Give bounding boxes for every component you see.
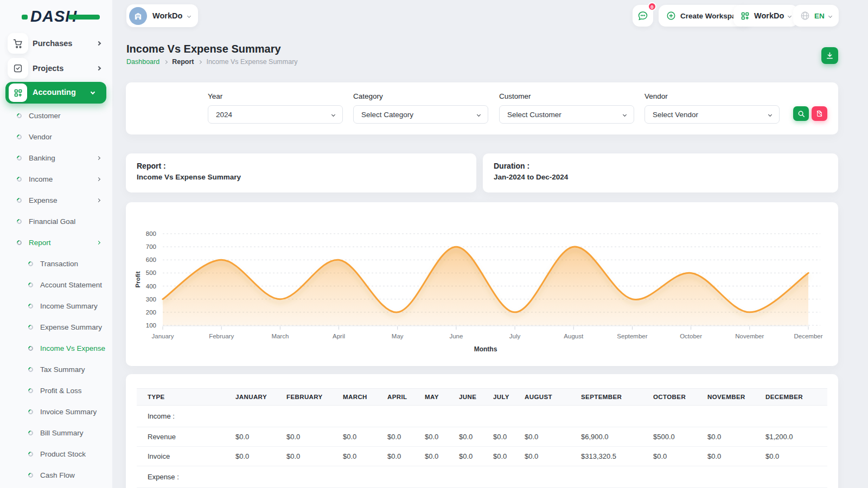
cell-value	[454, 406, 488, 427]
chevron-right-icon	[97, 241, 100, 245]
sidebar-item-expense[interactable]: Expense	[0, 190, 112, 211]
bullet-icon	[27, 472, 34, 479]
year-label: Year	[208, 92, 343, 100]
table-row: Expense :	[137, 466, 827, 488]
cell-value: $0.0	[230, 427, 281, 447]
report-value: Income Vs Expense Summary	[137, 173, 465, 181]
cell-value	[576, 406, 648, 427]
cell-value	[702, 466, 760, 488]
report-label: Report :	[137, 162, 465, 170]
grid-plus-icon	[9, 84, 27, 102]
app-logo[interactable]: DASH	[30, 8, 77, 25]
svg-text:500: 500	[146, 269, 156, 276]
sidebar-item-customer[interactable]: Customer	[0, 105, 112, 126]
sidebar-item-accounting[interactable]: Accounting	[5, 82, 106, 104]
vendor-select[interactable]: Select Vendor	[644, 105, 780, 124]
column-header: DECEMBER	[760, 389, 827, 406]
bullet-icon	[16, 218, 23, 225]
sidebar-item-report[interactable]: Report	[0, 232, 112, 253]
breadcrumb: Dashboard Report Income Vs Expense Summa…	[126, 58, 298, 66]
language-selector[interactable]: EN	[793, 5, 839, 27]
sidebar-item-vendor[interactable]: Vendor	[0, 126, 112, 147]
bullet-icon	[27, 366, 34, 373]
sidebar-item-bill-summary[interactable]: Bill Summary	[0, 422, 112, 444]
cell-value: $0.0	[454, 427, 488, 447]
cart-icon	[8, 33, 28, 54]
sidebar-item-label: Account Statement	[40, 281, 102, 289]
chevron-down-icon	[187, 14, 191, 17]
file-slash-icon	[816, 110, 823, 117]
table-header-row: TYPEJANUARYFEBRUARYMARCHAPRILMAYJUNEJULY…	[137, 389, 827, 406]
sidebar-item-projects[interactable]: Projects	[0, 58, 112, 79]
cell-value	[488, 406, 519, 427]
download-button[interactable]	[821, 47, 838, 64]
svg-text:300: 300	[146, 296, 156, 303]
chart-card: 100200300400500600700800JanuaryFebruaryM…	[126, 202, 838, 366]
sidebar-item-transaction[interactable]: Transaction	[0, 253, 112, 274]
messages-button[interactable]: 0	[633, 5, 653, 27]
sidebar-item-label: Income Vs Expense	[40, 344, 105, 352]
sidebar-item-expense-summary[interactable]: Expense Summary	[0, 317, 112, 338]
sidebar-item-label: Income Summary	[40, 302, 98, 310]
svg-text:August: August	[564, 333, 584, 339]
cell-value: $0.0	[337, 447, 382, 466]
sidebar-item-profit-loss[interactable]: Profit & Loss	[0, 380, 112, 401]
workspace-avatar	[129, 7, 147, 25]
sidebar-item-income[interactable]: Income	[0, 169, 112, 190]
category-select[interactable]: Select Category	[353, 105, 488, 124]
table-row: Invoice$0.0$0.0$0.0$0.0$0.0$0.0$0.0$0.0$…	[137, 447, 827, 466]
apply-filters-button[interactable]	[793, 106, 809, 121]
svg-text:100: 100	[146, 322, 156, 329]
svg-text:Months: Months	[474, 345, 497, 353]
sidebar-item-label: Customer	[29, 112, 61, 120]
sidebar-item-income-summary[interactable]: Income Summary	[0, 296, 112, 317]
bullet-icon	[27, 408, 34, 415]
cell-value: $0.0	[519, 427, 576, 447]
logo-dash-icon	[22, 15, 28, 20]
chevron-down-icon	[768, 112, 772, 116]
sidebar-item-cash-flow[interactable]: Cash Flow	[0, 465, 112, 486]
sidebar-item-purchases[interactable]: Purchases	[0, 33, 112, 54]
sidebar-item-financial-goal[interactable]: Financial Goal	[0, 211, 112, 232]
cell-value	[488, 466, 519, 488]
sidebar-item-product-stock[interactable]: Product Stock	[0, 444, 112, 465]
customer-select[interactable]: Select Customer	[499, 105, 634, 124]
grid-plus-icon	[741, 11, 750, 21]
sidebar-item-income-vs-expense[interactable]: Income Vs Expense	[0, 338, 112, 359]
svg-text:700: 700	[146, 243, 156, 250]
sidebar-item-label: Banking	[29, 154, 55, 162]
reset-filters-button[interactable]	[812, 106, 827, 121]
breadcrumb-dashboard[interactable]: Dashboard	[126, 58, 159, 66]
sidebar-item-banking[interactable]: Banking	[0, 147, 112, 169]
bullet-icon	[27, 429, 34, 436]
chat-count-badge: 0	[648, 2, 656, 11]
breadcrumb-report[interactable]: Report	[172, 58, 194, 66]
cell-value: $6,900.0	[576, 427, 648, 447]
column-header: JANUARY	[230, 389, 281, 406]
bullet-icon	[27, 387, 34, 394]
workdo-menu[interactable]: WorkDo	[733, 5, 798, 27]
cell-value: $1,200.0	[760, 427, 827, 447]
sidebar-item-label: Financial Goal	[29, 217, 75, 226]
bullet-icon	[16, 197, 23, 204]
bullet-icon	[16, 155, 23, 162]
year-select[interactable]: 2024	[208, 105, 343, 124]
sidebar-item-label: Expense	[29, 196, 58, 204]
cell-value	[281, 406, 337, 427]
svg-text:October: October	[680, 333, 702, 339]
workspace-switcher[interactable]: WorkDo	[126, 4, 198, 27]
sidebar-item-invoice-summary[interactable]: Invoice Summary	[0, 401, 112, 422]
download-icon	[826, 52, 834, 60]
sidebar-item-tax-summary[interactable]: Tax Summary	[0, 359, 112, 380]
globe-icon	[800, 11, 810, 21]
column-header: AUGUST	[519, 389, 576, 406]
logo-bar-icon	[68, 15, 100, 20]
column-header: MAY	[419, 389, 454, 406]
sidebar-item-account-statement[interactable]: Account Statement	[0, 274, 112, 296]
cell-value: $0.0	[230, 447, 281, 466]
income-expense-table: TYPEJANUARYFEBRUARYMARCHAPRILMAYJUNEJULY…	[137, 388, 827, 488]
sidebar-item-label: Expense Summary	[40, 323, 102, 331]
svg-text:February: February	[209, 333, 234, 339]
svg-text:800: 800	[146, 230, 156, 237]
sidebar-item-label: Income	[29, 175, 53, 183]
